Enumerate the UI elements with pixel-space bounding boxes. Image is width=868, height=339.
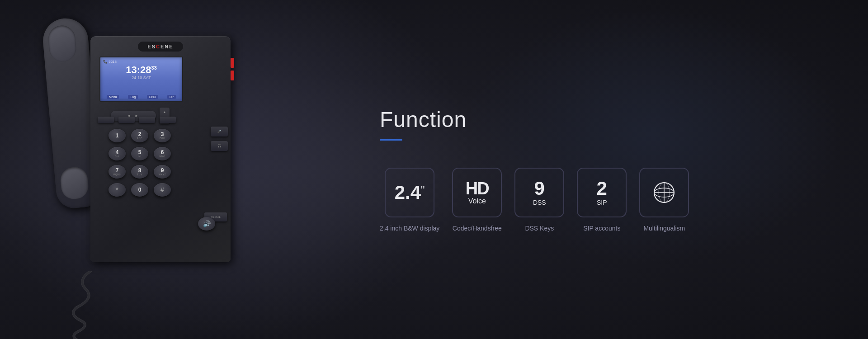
- hd-voice-label: Voice: [468, 197, 486, 205]
- screen-content: 📞 5218 13:2833 24-10 SAT: [100, 57, 182, 82]
- led-indicators: [231, 58, 234, 80]
- key-hash[interactable]: #: [154, 183, 171, 197]
- screen-softkey-dnd: DND: [147, 95, 158, 99]
- key-row-4: * 0 #: [97, 183, 183, 197]
- function-section: Function 2.4" 2.4 inch B&W display HD Vo…: [326, 80, 868, 259]
- screen-softkey-log: Log: [128, 95, 138, 99]
- features-grid: 2.4" 2.4 inch B&W display HD Voice Codec…: [380, 168, 832, 232]
- softkey-btn-1[interactable]: [98, 117, 114, 123]
- speaker-icon: 🔊: [203, 220, 211, 227]
- sip-number: 2: [597, 179, 607, 198]
- feature-box-display: 2.4": [385, 168, 434, 217]
- brand-logo: ESCENE: [138, 42, 183, 52]
- screen-time: 13:2833: [103, 65, 179, 75]
- key-6[interactable]: 6MNO: [154, 147, 171, 160]
- dss-label: DSS Keys: [525, 225, 554, 232]
- section-title: Function: [380, 107, 832, 132]
- key-2[interactable]: 2ABC: [131, 129, 148, 142]
- feature-box-dss: 9 DSS: [514, 168, 564, 217]
- speaker-key[interactable]: 🔊: [198, 217, 215, 231]
- headset-icon: 🎧: [217, 144, 222, 148]
- display-label: 2.4 inch B&W display: [380, 225, 439, 232]
- logo-text: ESCENE: [147, 44, 173, 49]
- lang-label: Multilingualism: [643, 225, 685, 232]
- hd-text: HD: [466, 180, 489, 197]
- feature-dss: 9 DSS DSS Keys: [514, 168, 564, 232]
- screen-softkey-menu: Menu: [107, 95, 119, 99]
- logo-highlight: C: [156, 44, 160, 49]
- speaker-area: 🔊: [198, 217, 215, 231]
- key-5[interactable]: 5JKL: [131, 147, 148, 160]
- voice-label: Codec/Handsfree: [453, 225, 502, 232]
- softkey-btn-2[interactable]: [118, 117, 135, 123]
- key-row-3: 7PQRS 8TUV 9WXYZ: [97, 165, 183, 179]
- key-3[interactable]: 3DEF: [154, 129, 171, 142]
- key-row-2: 4GHI 5JKL 6MNO: [97, 147, 183, 160]
- feature-box-voice: HD Voice: [452, 168, 502, 217]
- feature-sip: 2 SIP SIP accounts: [577, 168, 627, 232]
- feature-lang: Multilingualism: [639, 168, 689, 232]
- sip-unit: SIP: [597, 199, 607, 206]
- screen-softkeys: Menu Log DND Dir: [100, 95, 182, 99]
- softkey-btn-3[interactable]: [139, 117, 155, 123]
- globe-icon: [652, 181, 676, 204]
- key-0[interactable]: 0: [131, 183, 148, 197]
- phone-cord: [63, 271, 118, 339]
- screen-date: 24-10 SAT: [103, 75, 179, 80]
- sip-label: SIP accounts: [583, 225, 620, 232]
- dss-number: 9: [534, 179, 545, 198]
- key-row-1: 1 2ABC 3DEF: [97, 129, 183, 142]
- led-bottom: [231, 71, 234, 80]
- phone-screen: 📞 5218 13:2833 24-10 SAT Menu Log DND Di…: [99, 56, 183, 102]
- softkey-buttons: [95, 117, 179, 123]
- key-star[interactable]: *: [108, 183, 126, 197]
- key-8[interactable]: 8TUV: [131, 165, 148, 179]
- key-7[interactable]: 7PQRS: [108, 165, 126, 179]
- feature-box-lang: [639, 168, 689, 217]
- page-wrapper: ESCENE 📞 5218 13:2833 24-10 SAT Menu Lo: [0, 0, 868, 339]
- vol-up-icon: ▲: [163, 110, 166, 113]
- title-underline: [380, 139, 402, 141]
- side-keys: 🎤 🎧: [211, 127, 228, 151]
- mute-icon: 🎤: [217, 130, 222, 133]
- phone-body: ESCENE 📞 5218 13:2833 24-10 SAT Menu Lo: [90, 36, 231, 262]
- headset-key[interactable]: 🎧: [211, 141, 228, 151]
- key-1[interactable]: 1: [108, 129, 126, 142]
- dss-unit: DSS: [533, 199, 546, 206]
- phone-container: ESCENE 📞 5218 13:2833 24-10 SAT Menu Lo: [36, 9, 262, 316]
- screen-softkey-dir: Dir: [167, 95, 176, 99]
- keypad: 1 2ABC 3DEF 4GHI 5JKL 6MNO 7PQRS 8TUV 9W…: [97, 129, 183, 201]
- feature-voice: HD Voice Codec/Handsfree: [452, 168, 502, 232]
- softkey-btn-4[interactable]: [160, 117, 176, 123]
- phone-section: ESCENE 📞 5218 13:2833 24-10 SAT Menu Lo: [0, 0, 326, 339]
- feature-display: 2.4" 2.4 inch B&W display: [380, 168, 439, 232]
- display-number: 2.4: [395, 183, 421, 202]
- hd-box: HD Voice: [466, 180, 489, 205]
- screen-status-icon: 📞 5218: [103, 60, 117, 64]
- led-top: [231, 58, 234, 68]
- key-4[interactable]: 4GHI: [108, 147, 126, 160]
- display-unit: ": [421, 185, 425, 196]
- mute-key[interactable]: 🎤: [211, 127, 228, 137]
- feature-box-sip: 2 SIP: [577, 168, 627, 217]
- key-9[interactable]: 9WXYZ: [154, 165, 171, 179]
